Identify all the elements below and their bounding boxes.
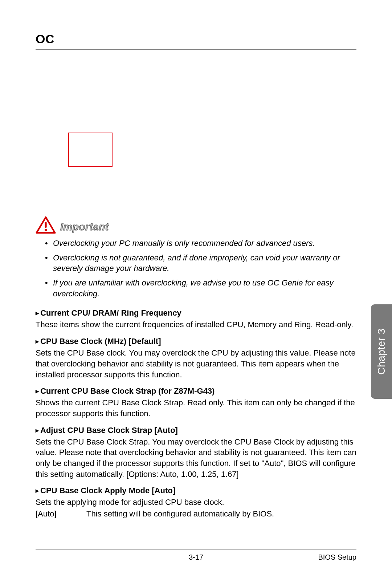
- triangle-bullet-icon: ▸: [36, 309, 39, 317]
- page-footer: 3-17 BIOS Setup: [36, 549, 356, 563]
- important-bullet: If you are unfamiliar with overclocking,…: [45, 277, 356, 299]
- important-bullet: Overclocking is not guaranteed, and if d…: [45, 252, 356, 274]
- important-header: Important: [36, 216, 356, 234]
- important-callout: Important Overclocking your PC manually …: [36, 216, 356, 299]
- svg-point-2: [45, 229, 47, 231]
- setting-description: Sets the applying mode for adjusted CPU …: [36, 497, 356, 508]
- setting-option-row: [Auto] This setting will be configured a…: [36, 508, 356, 519]
- setting-description: These items show the current frequencies…: [36, 319, 356, 330]
- setting-item: ▸CPU Base Clock (MHz) [Default] Sets the…: [36, 337, 356, 380]
- manual-page: OC Important Overclocking your PC manual…: [0, 0, 392, 588]
- triangle-bullet-icon: ▸: [36, 487, 39, 494]
- triangle-bullet-icon: ▸: [36, 427, 39, 434]
- setting-item: ▸Current CPU/ DRAM/ Ring Frequency These…: [36, 308, 356, 330]
- page-number: 3-17: [189, 553, 203, 561]
- setting-item: ▸CPU Base Clock Apply Mode [Auto] Sets t…: [36, 486, 356, 519]
- setting-item: ▸Current CPU Base Clock Strap (for Z87M-…: [36, 386, 356, 419]
- highlight-box: [68, 133, 113, 167]
- setting-heading: ▸Current CPU Base Clock Strap (for Z87M-…: [36, 386, 356, 396]
- setting-heading-text: CPU Base Clock Apply Mode [Auto]: [40, 486, 175, 495]
- setting-item: ▸Adjust CPU Base Clock Strap [Auto] Sets…: [36, 426, 356, 480]
- warning-icon: [36, 216, 56, 234]
- triangle-bullet-icon: ▸: [36, 338, 39, 345]
- setting-heading-text: Current CPU/ DRAM/ Ring Frequency: [40, 308, 181, 317]
- setting-description: Sets the CPU Base clock. You may overclo…: [36, 348, 356, 380]
- setting-heading-text: Current CPU Base Clock Strap (for Z87M-G…: [40, 386, 215, 396]
- setting-description: Shows the current CPU Base Clock Strap. …: [36, 397, 356, 419]
- setting-heading: ▸Current CPU/ DRAM/ Ring Frequency: [36, 308, 356, 318]
- setting-heading-text: CPU Base Clock (MHz) [Default]: [40, 337, 161, 346]
- chapter-side-tab: Chapter 3: [371, 304, 392, 399]
- bios-screenshot-placeholder: [36, 61, 356, 210]
- setting-heading-text: Adjust CPU Base Clock Strap [Auto]: [40, 426, 178, 435]
- page-title: OC: [36, 32, 356, 50]
- setting-heading: ▸CPU Base Clock Apply Mode [Auto]: [36, 486, 356, 495]
- setting-description: Sets the CPU Base Clock Strap. You may o…: [36, 437, 356, 480]
- setting-option-key: [Auto]: [36, 508, 86, 519]
- setting-heading: ▸Adjust CPU Base Clock Strap [Auto]: [36, 426, 356, 435]
- setting-heading: ▸CPU Base Clock (MHz) [Default]: [36, 337, 356, 346]
- settings-section-list: ▸Current CPU/ DRAM/ Ring Frequency These…: [36, 308, 356, 519]
- svg-rect-1: [45, 222, 46, 228]
- important-bullet: Overclocking your PC manually is only re…: [45, 238, 356, 249]
- triangle-bullet-icon: ▸: [36, 388, 39, 395]
- chapter-side-tab-label: Chapter 3: [376, 328, 387, 374]
- important-bullet-list: Overclocking your PC manually is only re…: [36, 238, 356, 299]
- important-label: Important: [60, 221, 109, 234]
- footer-section-title: BIOS Setup: [318, 553, 356, 561]
- setting-option-desc: This setting will be configured automati…: [86, 508, 356, 519]
